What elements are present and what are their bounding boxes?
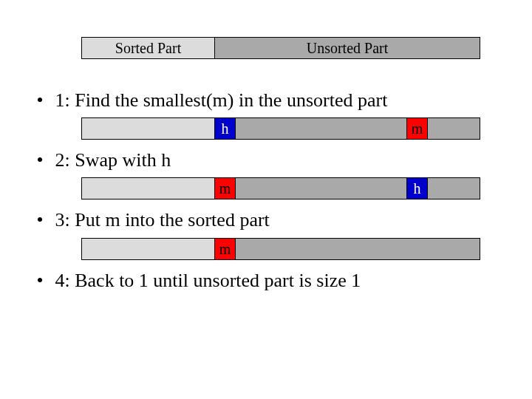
bar2-gap xyxy=(236,178,407,199)
bar-step-1: h m xyxy=(81,117,480,140)
legend-bar: Sorted Part Unsorted Part xyxy=(81,37,480,59)
bullet-icon: • xyxy=(30,149,50,171)
step-3-text: 3: Put m into the sorted part xyxy=(55,209,270,231)
bar3-sorted xyxy=(82,239,215,259)
step-2: • 2: Swap with h xyxy=(30,149,502,171)
step-3: • 3: Put m into the sorted part xyxy=(30,208,502,231)
bullet-icon: • xyxy=(30,89,50,112)
bar2-sorted xyxy=(82,178,215,199)
bar2-h-cell: h xyxy=(407,178,428,199)
bar1-tail xyxy=(428,118,480,139)
bar1-gap xyxy=(236,118,407,139)
legend-unsorted-part: Unsorted Part xyxy=(215,38,480,58)
step-2-text: 2: Swap with h xyxy=(55,149,171,171)
bar-step-3: m xyxy=(81,238,480,260)
bar1-sorted xyxy=(82,118,215,139)
step-4-text: 4: Back to 1 until unsorted part is size… xyxy=(55,270,361,291)
step-1-text: 1: Find the smallest(m) in the unsorted … xyxy=(55,89,388,111)
bar2-m-cell: m xyxy=(215,178,236,199)
bar2-tail xyxy=(428,178,480,199)
diagram-stage: Sorted Part Unsorted Part • 1: Find the … xyxy=(0,0,532,320)
bar1-m-cell: m xyxy=(407,118,428,139)
step-4: • 4: Back to 1 until unsorted part is si… xyxy=(30,269,502,292)
bar-step-2: m h xyxy=(81,177,480,200)
steps-list: • 1: Find the smallest(m) in the unsorte… xyxy=(30,89,502,292)
bullet-icon: • xyxy=(30,269,50,292)
step-1: • 1: Find the smallest(m) in the unsorte… xyxy=(30,89,502,112)
bullet-icon: • xyxy=(30,208,50,231)
legend-sorted-part: Sorted Part xyxy=(82,38,215,58)
bar1-h-cell: h xyxy=(215,118,236,139)
bar3-m-cell: m xyxy=(215,239,236,259)
bar3-rest xyxy=(236,239,480,259)
